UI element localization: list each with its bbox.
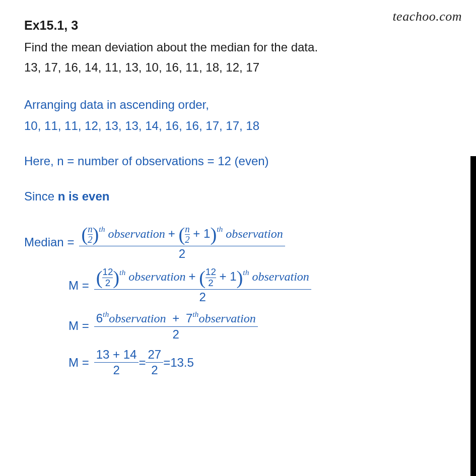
question-text: Find the mean deviation about the median… <box>24 38 429 56</box>
median-formula-generic: Median = (n2)th observation + (n2 + 1)th… <box>24 225 429 261</box>
solution-body: Arranging data in ascending order, 10, 1… <box>24 96 429 377</box>
since-line: Since n is even <box>24 187 429 206</box>
median-formula-result: M = 13 + 14 2 = 27 2 = 13.5 <box>69 348 429 377</box>
arranging-label: Arranging data in ascending order, <box>24 96 429 114</box>
question-data: 13, 17, 16, 14, 11, 13, 10, 16, 11, 18, … <box>24 58 429 77</box>
watermark: teachoo.com <box>392 9 462 24</box>
right-border-strip <box>470 0 476 476</box>
document-page: Ex15.1, 3 Find the mean deviation about … <box>0 0 453 398</box>
arranged-data: 10, 11, 11, 12, 13, 13, 14, 16, 16, 17, … <box>24 117 429 135</box>
median-formula-positions: M = 6thobservation + 7thobservation 2 <box>69 311 429 341</box>
exercise-title: Ex15.1, 3 <box>24 16 429 35</box>
n-line: Here, n = number of observations = 12 (e… <box>24 152 429 170</box>
median-formula-substituted: M = (122)th observation + (122 + 1)th ob… <box>69 267 429 304</box>
